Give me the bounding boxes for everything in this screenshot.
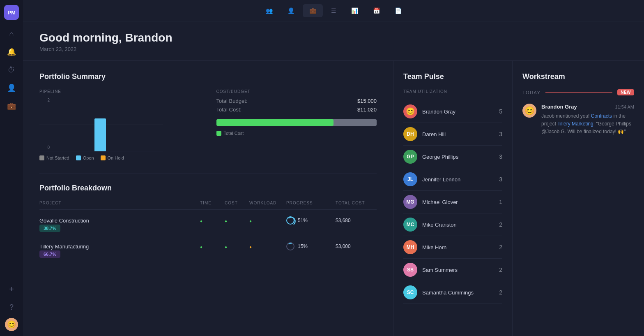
- legend-open: Open: [76, 155, 94, 160]
- ws-content-brandon: Brandon Gray 11:54 AM Jacob mentioned yo…: [541, 104, 634, 136]
- ws-header-brandon: Brandon Gray 11:54 AM: [541, 104, 634, 110]
- sidebar-item-help[interactable]: ?: [4, 300, 19, 315]
- team-avatar-mike-h: MH: [403, 240, 417, 254]
- project-name-govalle: Govalle Construction: [39, 218, 200, 224]
- ws-name-brandon: Brandon Gray: [541, 104, 577, 110]
- team-avatar-sam: SS: [403, 263, 417, 277]
- team-member-michael[interactable]: MG Michael Glover 1: [403, 191, 502, 213]
- total-cost-label: Total Cost:: [216, 107, 242, 113]
- sidebar-item-clock[interactable]: ⏱: [4, 63, 19, 77]
- bar-4: [94, 118, 106, 151]
- col-total-cost: TOTAL COST: [336, 201, 377, 205]
- new-badge: NEW: [617, 89, 634, 95]
- team-pulse-panel: Team Pulse TEAM UTILIZATION 😊 Brandon Gr…: [393, 61, 513, 336]
- portfolio-summary-section: Portfolio Summary PIPELINE 2 0: [39, 72, 377, 160]
- cost-progress-bar-container: [216, 119, 377, 126]
- progress-arc-tillery: [286, 242, 296, 252]
- list-icon: ☰: [331, 7, 336, 14]
- team-name-daren: Daren Hill: [422, 131, 494, 137]
- workstream-panel: Workstream TODAY NEW 😊 Brandon Gray 11:5…: [513, 61, 644, 336]
- legend-label-not-started: Not Started: [46, 155, 69, 160]
- nav-tab-list[interactable]: ☰: [324, 4, 343, 17]
- docs-icon: 📄: [395, 7, 402, 14]
- main-content: 👥 👤 💼 ☰ 📊 📅 📄 Good morning, Brandon Marc…: [23, 0, 644, 336]
- team-avatar-jennifer: JL: [403, 172, 417, 186]
- sidebar-item-home[interactable]: ⌂: [4, 26, 19, 41]
- team-name-michael: Michael Glover: [422, 199, 494, 205]
- cost-dot-tillery: ●: [225, 243, 249, 250]
- total-budget-row: Total Budget: $15,000: [216, 98, 377, 104]
- nav-tab-users[interactable]: 👤: [281, 4, 301, 17]
- svg-point-0: [287, 217, 295, 225]
- nav-tab-chart[interactable]: 📊: [345, 4, 365, 17]
- progress-cell-govalle: 51%: [286, 216, 336, 225]
- sidebar-item-add[interactable]: +: [4, 282, 19, 297]
- breakdown-row-govalle: Govalle Construction ● ● ● 51%: [39, 211, 377, 237]
- cost-progress-legend: Total Cost: [216, 131, 377, 136]
- portfolio-breakdown-section: Portfolio Breakdown PROJECT TIME COST WO…: [39, 184, 377, 263]
- user-avatar[interactable]: 😊: [5, 318, 18, 331]
- page-date: March 23, 2022: [39, 46, 628, 52]
- team-count-samantha: 2: [499, 289, 502, 296]
- legend-label-open: Open: [83, 155, 94, 160]
- calendar-icon: 📅: [373, 7, 380, 14]
- team-member-george[interactable]: GP George Phillips 3: [403, 146, 502, 168]
- amount-tillery: $3,000: [336, 243, 377, 249]
- pipeline-chart: 2 0: [39, 98, 163, 151]
- nav-tab-portfolio[interactable]: 💼: [303, 4, 323, 17]
- legend-not-started: Not Started: [39, 155, 69, 160]
- breakdown-header: PROJECT TIME COST WORKLOAD PROGRESS TOTA…: [39, 201, 377, 210]
- team-name-george: George Phillips: [422, 154, 494, 160]
- initials-michael: MG: [406, 199, 414, 205]
- portfolio-icon: 💼: [309, 7, 316, 14]
- team-avatar-george: GP: [403, 150, 417, 164]
- progress-legend-label: Total Cost: [224, 131, 244, 136]
- ws-body-brandon: Jacob mentioned you! Contracts in the pr…: [541, 112, 634, 136]
- today-header: TODAY NEW: [522, 89, 634, 95]
- nav-tab-teams[interactable]: 👥: [259, 4, 279, 17]
- progress-arc-govalle: [286, 216, 296, 226]
- ws-link-tillery[interactable]: Tillery Marketing: [557, 121, 593, 127]
- breakdown-row-tillery: Tillery Manufacturing ● ● ● 15%: [39, 237, 377, 263]
- cost-budget-label: COST/BUDGET: [216, 89, 377, 94]
- team-member-daren[interactable]: DH Daren Hill 3: [403, 123, 502, 146]
- team-count-mike-c: 2: [499, 221, 502, 228]
- sidebar-item-briefcase[interactable]: 💼: [4, 99, 19, 114]
- time-dot-govalle: ●: [200, 218, 225, 224]
- col-workload: WORKLOAD: [249, 201, 286, 205]
- team-member-brandon[interactable]: 😊 Brandon Gray 5: [403, 100, 502, 123]
- progress-pct-tillery: 15%: [298, 243, 308, 249]
- users-icon: 👤: [288, 7, 294, 14]
- team-avatar-samantha: SC: [403, 285, 417, 299]
- badge-label-tillery: 66.7%: [39, 250, 60, 258]
- col-time: TIME: [200, 201, 225, 205]
- grid-line: [39, 98, 163, 98]
- initials-george: GP: [407, 154, 414, 160]
- ws-link-contracts[interactable]: Contracts: [591, 113, 612, 119]
- team-member-mike-h[interactable]: MH Mike Horn 2: [403, 236, 502, 259]
- initials-mike-h: MH: [407, 244, 414, 250]
- portfolio-summary-content: PIPELINE 2 0: [39, 89, 377, 160]
- team-member-sam[interactable]: SS Sam Summers 2: [403, 259, 502, 281]
- cost-dot-govalle: ●: [225, 218, 249, 224]
- badge-tillery: 66.7%: [39, 250, 200, 258]
- team-avatar-brandon: 😊: [403, 104, 417, 118]
- initials-daren: DH: [407, 131, 414, 137]
- sidebar-item-alerts[interactable]: 🔔: [4, 44, 19, 59]
- ws-avatar-brandon: 😊: [522, 104, 536, 118]
- team-member-mike-c[interactable]: MC Mike Cranston 2: [403, 213, 502, 236]
- team-member-samantha[interactable]: SC Samantha Cummings 2: [403, 281, 502, 304]
- app-logo[interactable]: PM: [4, 5, 19, 20]
- today-label: TODAY: [522, 90, 540, 95]
- top-nav: 👥 👤 💼 ☰ 📊 📅 📄: [23, 0, 644, 21]
- team-count-mike-h: 2: [499, 244, 502, 250]
- nav-tab-calendar[interactable]: 📅: [366, 4, 386, 17]
- sidebar: PM ⌂ 🔔 ⏱ 👤 💼 + ? 😊: [0, 0, 23, 336]
- team-avatar-michael: MG: [403, 195, 417, 209]
- team-member-jennifer[interactable]: JL Jennifer Lennon 3: [403, 168, 502, 191]
- svg-point-1: [287, 243, 295, 251]
- nav-tab-docs[interactable]: 📄: [388, 4, 408, 17]
- total-cost-value: $11,020: [357, 107, 377, 113]
- team-count-jennifer: 3: [499, 176, 502, 183]
- sidebar-item-people[interactable]: 👤: [4, 81, 19, 95]
